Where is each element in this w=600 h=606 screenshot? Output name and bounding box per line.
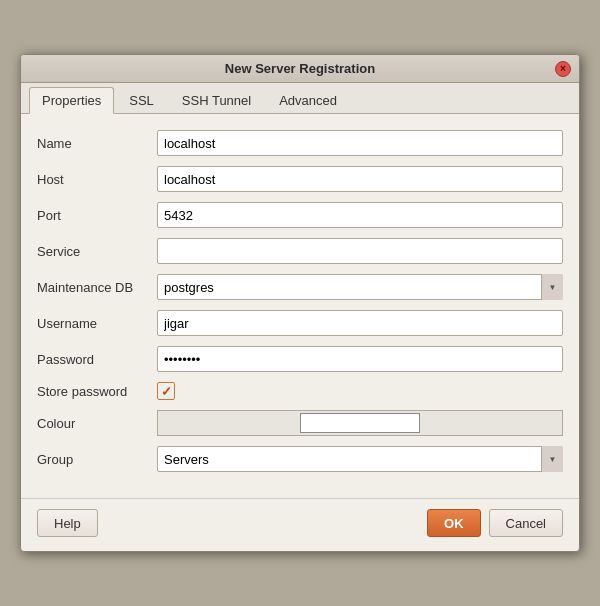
password-row: Password [37, 346, 563, 372]
cancel-button[interactable]: Cancel [489, 509, 563, 537]
dialog: New Server Registration × Properties SSL… [20, 54, 580, 552]
action-buttons: OK Cancel [427, 509, 563, 537]
username-input[interactable] [157, 310, 563, 336]
host-input[interactable] [157, 166, 563, 192]
service-row: Service [37, 238, 563, 264]
maintenance-db-row: Maintenance DB postgres template1 [37, 274, 563, 300]
name-row: Name [37, 130, 563, 156]
help-button[interactable]: Help [37, 509, 98, 537]
colour-label: Colour [37, 416, 157, 431]
colour-row: Colour [37, 410, 563, 436]
host-label: Host [37, 172, 157, 187]
port-row: Port [37, 202, 563, 228]
close-button[interactable]: × [555, 61, 571, 77]
form-content: Name Host Port Service Maintenance DB po… [21, 114, 579, 494]
service-input[interactable] [157, 238, 563, 264]
group-row: Group Servers Local [37, 446, 563, 472]
host-row: Host [37, 166, 563, 192]
ok-button[interactable]: OK [427, 509, 481, 537]
group-select-wrapper: Servers Local [157, 446, 563, 472]
name-label: Name [37, 136, 157, 151]
maintenance-db-label: Maintenance DB [37, 280, 157, 295]
store-password-checkbox[interactable] [157, 382, 175, 400]
colour-picker[interactable] [157, 410, 563, 436]
maintenance-db-select-wrapper: postgres template1 [157, 274, 563, 300]
group-label: Group [37, 452, 157, 467]
password-label: Password [37, 352, 157, 367]
service-label: Service [37, 244, 157, 259]
colour-inner-box [300, 413, 420, 433]
store-password-label: Store password [37, 384, 157, 399]
tab-advanced[interactable]: Advanced [266, 87, 350, 113]
password-input[interactable] [157, 346, 563, 372]
store-password-checkbox-wrapper [157, 382, 175, 400]
name-input[interactable] [157, 130, 563, 156]
tab-bar: Properties SSL SSH Tunnel Advanced [21, 83, 579, 114]
tab-ssh-tunnel[interactable]: SSH Tunnel [169, 87, 264, 113]
store-password-row: Store password [37, 382, 563, 400]
group-select[interactable]: Servers Local [157, 446, 563, 472]
tab-ssl[interactable]: SSL [116, 87, 167, 113]
tab-properties[interactable]: Properties [29, 87, 114, 114]
maintenance-db-select[interactable]: postgres template1 [157, 274, 563, 300]
title-bar: New Server Registration × [21, 55, 579, 83]
dialog-title: New Server Registration [225, 61, 375, 76]
port-label: Port [37, 208, 157, 223]
footer: Help OK Cancel [21, 498, 579, 551]
username-row: Username [37, 310, 563, 336]
port-input[interactable] [157, 202, 563, 228]
username-label: Username [37, 316, 157, 331]
